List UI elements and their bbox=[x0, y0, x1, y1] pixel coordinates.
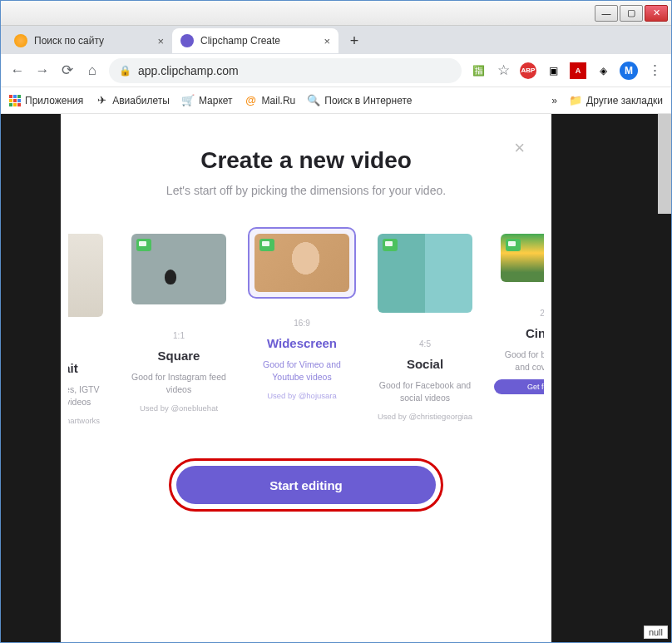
page-content: × Create a new video Let's start off by … bbox=[1, 114, 671, 642]
format-name: Cinema bbox=[494, 326, 544, 340]
at-icon: @ bbox=[245, 94, 258, 107]
tab-title: Clipchamp Create bbox=[200, 35, 317, 47]
tab-title: Поиск по сайту bbox=[34, 35, 151, 47]
thumbnail bbox=[254, 234, 349, 292]
format-card-portrait[interactable]: 9:16 Portrait Good for stories, IGTV and… bbox=[68, 227, 110, 425]
format-name: Social bbox=[371, 357, 479, 371]
bookmark-mailru[interactable]: @Mail.Ru bbox=[245, 94, 296, 107]
bookmark-search[interactable]: 🔍Поиск в Интернете bbox=[307, 94, 412, 107]
close-modal-icon[interactable]: × bbox=[514, 137, 525, 159]
plane-icon: ✈ bbox=[95, 94, 108, 107]
format-desc: Good for Facebook and social videos bbox=[371, 379, 479, 403]
aspect-ratio: 4:5 bbox=[371, 339, 479, 349]
favicon-icon bbox=[14, 34, 27, 47]
format-cards: 9:16 Portrait Good for stories, IGTV and… bbox=[61, 227, 551, 425]
format-desc: Good for stories, IGTV and mobile videos bbox=[68, 383, 110, 408]
close-tab-icon[interactable]: × bbox=[324, 35, 330, 47]
other-bookmarks[interactable]: 📁Другие закладки bbox=[569, 94, 663, 107]
bookmarks-overflow[interactable]: » bbox=[551, 95, 557, 106]
new-tab-button[interactable]: + bbox=[343, 30, 365, 52]
scrollbar[interactable] bbox=[658, 114, 671, 214]
lock-icon: 🔒 bbox=[119, 65, 131, 77]
aspect-ratio: 1:1 bbox=[125, 331, 233, 340]
format-name: Square bbox=[125, 349, 233, 363]
format-card-social[interactable]: 4:5 Social Good for Facebook and social … bbox=[371, 227, 479, 425]
thumbnail bbox=[501, 234, 544, 282]
window-titlebar: — ▢ ✕ bbox=[1, 1, 671, 26]
format-credit: Used by @christiegeorgiaa bbox=[371, 412, 479, 421]
bookmark-market[interactable]: 🛒Маркет bbox=[181, 94, 233, 107]
close-tab-icon[interactable]: × bbox=[157, 35, 164, 47]
cta-highlight: Start editing bbox=[169, 458, 443, 512]
create-video-modal: × Create a new video Let's start off by … bbox=[61, 114, 551, 642]
forward-button[interactable]: → bbox=[34, 62, 51, 79]
apps-bookmark[interactable]: Приложения bbox=[9, 95, 83, 106]
extension-icon[interactable]: ▣ bbox=[545, 62, 561, 79]
acrobat-icon[interactable]: A bbox=[570, 62, 586, 79]
apps-grid-icon bbox=[9, 95, 21, 106]
format-name: Portrait bbox=[68, 361, 110, 375]
template-badge-icon bbox=[259, 239, 274, 251]
modal-title: Create a new video bbox=[61, 147, 551, 174]
translate-icon[interactable]: 🈯 bbox=[470, 62, 487, 79]
browser-tab-0[interactable]: Поиск по сайту × bbox=[6, 28, 172, 53]
address-bar[interactable]: 🔒 app.clipchamp.com bbox=[109, 58, 462, 83]
menu-icon[interactable]: ⋮ bbox=[646, 62, 663, 79]
bookmark-avia[interactable]: ✈Авиабилеты bbox=[95, 94, 170, 107]
extension-icon-2[interactable]: ◈ bbox=[595, 62, 611, 79]
bookmark-star-icon[interactable]: ☆ bbox=[495, 62, 511, 79]
minimize-button[interactable]: — bbox=[595, 5, 618, 22]
profile-avatar[interactable]: M bbox=[620, 62, 638, 80]
maximize-button[interactable]: ▢ bbox=[620, 5, 643, 22]
format-card-widescreen[interactable]: 16:9 Widescreen Good for Vimeo and Youtu… bbox=[248, 227, 356, 425]
format-credit: Used by @catrinartworks bbox=[68, 416, 110, 425]
search-icon: 🔍 bbox=[307, 94, 320, 107]
thumbnail bbox=[378, 234, 472, 313]
format-desc: Good for Instagram feed videos bbox=[125, 371, 233, 395]
format-credit: Used by @hojusara bbox=[248, 391, 356, 400]
aspect-ratio: 9:16 bbox=[68, 344, 110, 353]
start-editing-button[interactable]: Start editing bbox=[176, 466, 436, 504]
thumbnail bbox=[68, 234, 103, 317]
format-desc: Good for blog headers and cover videos bbox=[494, 349, 544, 373]
modal-subtitle: Let's start off by picking the dimension… bbox=[61, 184, 551, 197]
browser-toolbar: ← → ⟳ ⌂ 🔒 app.clipchamp.com 🈯 ☆ ABP ▣ A … bbox=[1, 54, 671, 87]
format-card-cinema[interactable]: 21:9 Cinema Good for blog headers and co… bbox=[494, 227, 544, 425]
cart-icon: 🛒 bbox=[181, 94, 195, 107]
reload-button[interactable]: ⟳ bbox=[59, 62, 76, 79]
browser-tab-1[interactable]: Clipchamp Create × bbox=[172, 28, 338, 53]
aspect-ratio: 21:9 bbox=[494, 309, 544, 318]
template-badge-icon bbox=[136, 239, 151, 251]
get-featured-pill[interactable]: Get featured bbox=[494, 379, 544, 394]
format-name: Widescreen bbox=[248, 336, 356, 350]
template-badge-icon bbox=[383, 239, 398, 251]
null-indicator: null bbox=[644, 626, 668, 639]
home-button[interactable]: ⌂ bbox=[84, 62, 101, 79]
browser-tab-strip: Поиск по сайту × Clipchamp Create × + bbox=[1, 26, 671, 54]
thumbnail bbox=[131, 234, 226, 304]
close-window-button[interactable]: ✕ bbox=[645, 5, 668, 22]
aspect-ratio: 16:9 bbox=[248, 319, 356, 328]
favicon-icon bbox=[180, 34, 194, 47]
folder-icon: 📁 bbox=[569, 94, 582, 107]
back-button[interactable]: ← bbox=[9, 62, 26, 79]
bookmarks-bar: Приложения ✈Авиабилеты 🛒Маркет @Mail.Ru … bbox=[1, 87, 671, 114]
format-card-square[interactable]: 1:1 Square Good for Instagram feed video… bbox=[125, 227, 233, 425]
adblock-icon[interactable]: ABP bbox=[520, 62, 536, 79]
format-credit: Used by @onebluehat bbox=[125, 403, 233, 413]
url-text: app.clipchamp.com bbox=[138, 64, 239, 77]
format-desc: Good for Vimeo and Youtube videos bbox=[248, 359, 356, 383]
template-badge-icon bbox=[506, 239, 521, 251]
